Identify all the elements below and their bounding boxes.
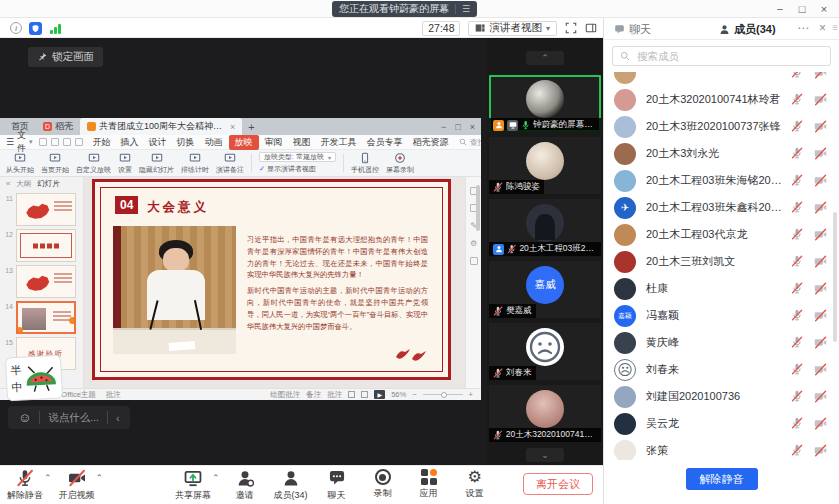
mic-muted-icon[interactable]	[791, 201, 803, 213]
mic-muted-icon[interactable]	[791, 417, 803, 429]
share-screen-button[interactable]: 共享屏幕	[170, 469, 216, 502]
wps-ribbon-tab[interactable]: 稻壳资源	[409, 135, 453, 150]
strip-collapse-button[interactable]: ⌃	[526, 51, 564, 65]
banner-menu-icon[interactable]: ☰	[455, 4, 470, 14]
invite-button[interactable]: 邀请	[222, 469, 268, 502]
camera-muted-icon[interactable]	[814, 201, 827, 214]
camera-muted-icon[interactable]	[814, 255, 827, 268]
chat-button[interactable]: 聊天	[314, 469, 360, 502]
member-row[interactable]: 杜康	[604, 275, 839, 302]
member-row[interactable]: 黄庆峰	[604, 329, 839, 356]
wps-ribbon-tab[interactable]: 插入	[117, 135, 143, 150]
share-options-caret[interactable]: ⌃	[212, 473, 220, 483]
screen-record-button[interactable]: 屏幕录制	[386, 152, 414, 175]
view-mode-dropdown[interactable]: 演讲者视图 ▾	[468, 21, 557, 36]
member-row[interactable]: 刘建国2020100736	[604, 383, 839, 410]
zoom-slider[interactable]	[423, 394, 463, 395]
member-row[interactable]	[604, 72, 839, 86]
member-row[interactable]: 20土木工程03代京龙	[604, 221, 839, 248]
mic-muted-icon[interactable]	[791, 72, 803, 78]
close-panel-icon[interactable]: ×	[819, 21, 826, 35]
video-options-caret[interactable]: ⌃	[96, 473, 104, 483]
slide-thumbnail-map[interactable]	[16, 265, 76, 298]
scrollbar-thumb[interactable]	[833, 212, 837, 342]
camera-muted-icon[interactable]	[814, 309, 827, 322]
settings-icon[interactable]: ⚙	[470, 239, 477, 248]
ribbon-button[interactable]: 设置	[118, 152, 132, 175]
mic-muted-icon[interactable]	[791, 282, 803, 294]
fullscreen-icon[interactable]	[565, 22, 577, 34]
network-signal-icon[interactable]	[50, 23, 61, 34]
mic-muted-icon[interactable]	[791, 174, 803, 186]
members-button[interactable]: 成员(34)	[268, 469, 314, 502]
mic-muted-icon[interactable]	[791, 147, 803, 159]
camera-muted-icon[interactable]	[814, 363, 827, 376]
apps-button[interactable]: 应用	[406, 469, 452, 500]
member-search[interactable]	[612, 46, 831, 66]
slides-tab[interactable]: 幻灯片	[37, 179, 60, 189]
member-row[interactable]: 20土木3刘永光	[604, 140, 839, 167]
camera-muted-icon[interactable]	[814, 444, 827, 457]
encryption-shield-icon[interactable]	[29, 22, 42, 35]
draw-annotate-button[interactable]: 绘图批注	[270, 390, 300, 400]
wps-ribbon-tab[interactable]: 会员专享	[363, 135, 407, 150]
video-tile[interactable]: 20土木工程03班202...	[489, 199, 601, 256]
camera-muted-icon[interactable]	[814, 72, 827, 79]
slide-thumbnail-current[interactable]	[16, 301, 76, 334]
member-row[interactable]: 20土木工程03班朱海铭2020100735	[604, 167, 839, 194]
ribbon-button[interactable]: 排练计时	[181, 152, 209, 175]
wps-ribbon-tab[interactable]: 放映	[229, 135, 259, 150]
chat-input-placeholder[interactable]: 说点什么...	[48, 411, 99, 425]
tab-chat[interactable]: 聊天	[614, 22, 651, 37]
drag-handle-icon[interactable]: ≡	[832, 22, 838, 33]
start-video-button[interactable]: 开启视频	[54, 469, 100, 502]
mic-muted-icon[interactable]	[791, 255, 803, 267]
slide-thumbnail-map[interactable]	[16, 193, 76, 226]
member-row[interactable]: 张策	[604, 437, 839, 460]
mic-muted-icon[interactable]	[791, 336, 803, 348]
record-button[interactable]: 录制	[360, 469, 406, 500]
tab-members[interactable]: 成员(34)	[719, 22, 776, 37]
ribbon-button[interactable]: 自定义放映	[76, 152, 111, 175]
mic-muted-icon[interactable]	[791, 363, 803, 375]
outline-tab[interactable]: 大纲	[16, 179, 31, 189]
mic-muted-icon[interactable]	[791, 390, 803, 402]
collapse-left-icon[interactable]: ‹	[116, 412, 120, 424]
video-tile[interactable]: 陈鸿骏姿	[489, 137, 601, 194]
scrollbar-thumb[interactable]	[476, 185, 480, 231]
comment-button[interactable]: 批注	[327, 390, 342, 400]
wps-close-button[interactable]: ×	[470, 122, 475, 132]
wps-quick-access-icons[interactable]	[39, 138, 83, 146]
wps-maximize-button[interactable]: □	[455, 122, 460, 132]
zoom-out-icon[interactable]: −	[412, 390, 416, 399]
mic-muted-icon[interactable]	[791, 444, 803, 456]
side-panel-icon[interactable]	[585, 22, 597, 34]
camera-muted-icon[interactable]	[814, 120, 827, 133]
wps-ribbon-tab[interactable]: 开始	[89, 135, 115, 150]
tab-close-icon[interactable]: ×	[230, 122, 235, 132]
ribbon-button[interactable]: 从头开始	[6, 152, 34, 175]
maximize-button[interactable]: □	[791, 0, 813, 17]
camera-muted-icon[interactable]	[814, 147, 827, 160]
lock-view-button[interactable]: 锁定画面	[28, 47, 103, 67]
show-type-dropdown[interactable]: 放映类型: 常规放映 ▾	[259, 152, 336, 162]
zoom-in-icon[interactable]: +	[469, 390, 473, 399]
wps-minimize-button[interactable]: −	[441, 122, 446, 132]
member-row[interactable]: 吴云龙	[604, 410, 839, 437]
wps-docer-tab[interactable]: D 稻壳	[36, 118, 80, 135]
camera-muted-icon[interactable]	[814, 336, 827, 349]
video-tile-screen-share[interactable]: 钟蔚豪的屏幕共享	[489, 75, 601, 132]
member-row[interactable]: 20土木3班2020100737张锋	[604, 113, 839, 140]
wps-ribbon-tab[interactable]: 审阅	[261, 135, 287, 150]
close-button[interactable]: ×	[813, 0, 835, 17]
member-row[interactable]: ☹ 刘春来	[604, 356, 839, 383]
leave-meeting-button[interactable]: 离开会议	[523, 473, 593, 495]
minimize-button[interactable]: −	[769, 0, 791, 17]
info-icon[interactable]: i	[10, 22, 22, 34]
strip-scroll-down-button[interactable]: ⌄	[526, 448, 564, 462]
camera-muted-icon[interactable]	[814, 174, 827, 187]
wps-ribbon-tab[interactable]: 设计	[145, 135, 171, 150]
camera-muted-icon[interactable]	[814, 228, 827, 241]
sidebar-tool-icon[interactable]	[470, 257, 478, 265]
video-tile[interactable]: 20土木32020100741林...	[489, 385, 601, 442]
